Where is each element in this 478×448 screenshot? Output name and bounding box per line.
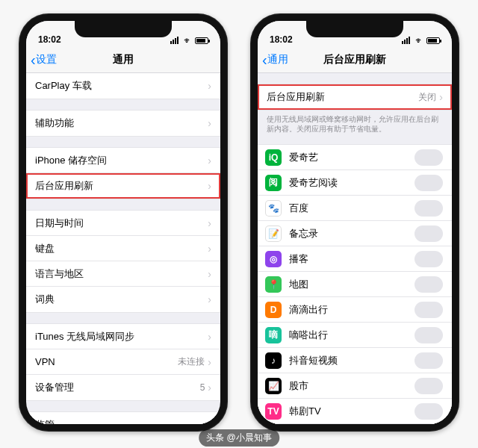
chevron-left-icon: ‹ — [31, 52, 36, 67]
settings-row[interactable]: iPhone 储存空间› — [26, 148, 220, 173]
settings-row[interactable]: 词典› — [26, 287, 220, 312]
app-name: 嘀嗒出行 — [289, 329, 415, 342]
app-name: 滴滴出行 — [289, 303, 415, 317]
app-toggle[interactable] — [415, 251, 443, 267]
app-icon: ◎ — [265, 251, 282, 267]
settings-row[interactable]: 设备管理5› — [26, 375, 220, 400]
app-toggle[interactable] — [415, 200, 443, 217]
wifi-icon: ᯤ — [415, 36, 423, 45]
chevron-right-icon: › — [208, 293, 211, 305]
chevron-right-icon: › — [208, 155, 211, 167]
row-label: 词典 — [35, 293, 208, 306]
app-toggle[interactable] — [415, 327, 443, 343]
row-label: 后台应用刷新 — [267, 90, 418, 104]
settings-list[interactable]: CarPlay 车载›辅助功能›iPhone 储存空间›后台应用刷新›日期与时间… — [26, 73, 220, 424]
notch — [306, 21, 403, 37]
back-label: 通用 — [267, 53, 288, 66]
row-label: CarPlay 车载 — [35, 79, 208, 93]
settings-row[interactable]: 日期与时间› — [26, 211, 220, 236]
app-icon: 📍 — [265, 276, 282, 293]
row-label: 后台应用刷新 — [35, 179, 208, 193]
app-name: 地图 — [289, 278, 415, 291]
app-toggle[interactable] — [415, 302, 443, 318]
status-time: 18:02 — [38, 34, 61, 45]
row-label: VPN — [35, 356, 178, 367]
chevron-right-icon: › — [208, 80, 211, 92]
chevron-right-icon: › — [208, 356, 211, 368]
app-icon: 阅 — [265, 175, 282, 191]
app-toggle[interactable] — [415, 225, 443, 242]
app-row[interactable]: 🐾百度 — [258, 196, 452, 221]
phone-left: 18:02 ᯤ ‹ 设置 通用 CarPlay 车载›辅助功能›iPhone 储… — [19, 13, 228, 432]
chevron-right-icon: › — [208, 331, 211, 343]
nav-bar: ‹ 通用 后台应用刷新 — [258, 46, 452, 73]
app-name: 爱奇艺 — [289, 151, 415, 164]
app-row[interactable]: TV韩剧TV — [258, 399, 452, 424]
app-row[interactable]: D滴滴出行 — [258, 297, 452, 323]
row-label: 日期与时间 — [35, 217, 208, 230]
back-label: 设置 — [36, 53, 57, 66]
app-icon: 🐾 — [265, 200, 282, 217]
app-icon: ♪ — [265, 352, 282, 369]
row-value: 未连接 — [178, 355, 205, 368]
nav-title: 通用 — [113, 53, 134, 66]
app-name: 百度 — [289, 202, 415, 215]
app-row[interactable]: ♪抖音短视频 — [258, 348, 452, 373]
battery-icon — [195, 37, 208, 44]
row-label: 语言与地区 — [35, 267, 208, 281]
chevron-right-icon: › — [439, 91, 443, 103]
row-label: iPhone 储存空间 — [35, 154, 208, 167]
row-label: 辅助功能 — [35, 116, 208, 130]
settings-row[interactable]: VPN未连接› — [26, 349, 220, 375]
app-row[interactable]: iQ爱奇艺 — [258, 145, 452, 170]
app-toggle[interactable] — [415, 403, 443, 420]
back-button[interactable]: ‹ 设置 — [26, 52, 57, 67]
settings-row[interactable]: 监管› — [26, 412, 220, 424]
screen-left: 18:02 ᯤ ‹ 设置 通用 CarPlay 车载›辅助功能›iPhone 储… — [26, 21, 220, 424]
background-refresh-master-row[interactable]: 后台应用刷新关闭› — [258, 84, 452, 110]
app-icon: TV — [265, 403, 282, 420]
phone-right: 18:02 ᯤ ‹ 通用 后台应用刷新 后台应用刷新关闭›使用无线局域网或蜂窝移… — [250, 13, 459, 432]
chevron-right-icon: › — [208, 243, 211, 255]
chevron-right-icon: › — [208, 382, 211, 393]
chevron-right-icon: › — [208, 268, 211, 280]
app-row[interactable]: 阅爱奇艺阅读 — [258, 170, 452, 196]
app-name: 抖音短视频 — [289, 354, 415, 367]
app-name: 备忘录 — [289, 227, 415, 240]
nav-bar: ‹ 设置 通用 — [26, 46, 220, 73]
app-name: 爱奇艺阅读 — [289, 176, 415, 190]
back-button[interactable]: ‹ 通用 — [258, 52, 288, 67]
app-row[interactable]: 📍地图 — [258, 272, 452, 297]
wifi-icon: ᯤ — [184, 36, 192, 45]
app-icon: iQ — [265, 149, 282, 166]
chevron-left-icon: ‹ — [262, 52, 267, 67]
status-time: 18:02 — [270, 34, 293, 45]
chevron-right-icon: › — [208, 180, 211, 192]
app-toggle[interactable] — [415, 175, 443, 191]
row-value: 5 — [200, 382, 205, 393]
app-toggle[interactable] — [415, 352, 443, 369]
app-name: 播客 — [289, 252, 415, 266]
chevron-right-icon: › — [208, 217, 211, 229]
settings-row[interactable]: 语言与地区› — [26, 261, 220, 287]
settings-row[interactable]: 辅助功能› — [26, 111, 220, 136]
app-row[interactable]: 📈股市 — [258, 373, 452, 399]
settings-row[interactable]: 键盘› — [26, 236, 220, 261]
app-row[interactable]: 📝备忘录 — [258, 221, 452, 246]
app-refresh-list[interactable]: 后台应用刷新关闭›使用无线局域网或蜂窝移动网时，允许应用在后台刷新内容。关闭应用… — [258, 73, 452, 424]
settings-row[interactable]: 后台应用刷新› — [26, 173, 220, 199]
watermark-caption: 头条 @小晨知事 — [199, 429, 279, 447]
app-name: 韩剧TV — [289, 405, 415, 418]
app-icon: 嘀 — [265, 327, 282, 343]
settings-row[interactable]: iTunes 无线局域网同步› — [26, 324, 220, 349]
row-label: 键盘 — [35, 242, 208, 255]
app-toggle[interactable] — [415, 276, 443, 293]
app-icon: 📈 — [265, 378, 282, 394]
settings-row[interactable]: CarPlay 车载› — [26, 73, 220, 99]
app-row[interactable]: 嘀嘀嗒出行 — [258, 323, 452, 348]
app-row[interactable]: ◎播客 — [258, 246, 452, 272]
app-toggle[interactable] — [415, 149, 443, 166]
row-label: iTunes 无线局域网同步 — [35, 330, 208, 343]
app-toggle[interactable] — [415, 378, 443, 394]
row-label: 设备管理 — [35, 381, 200, 394]
